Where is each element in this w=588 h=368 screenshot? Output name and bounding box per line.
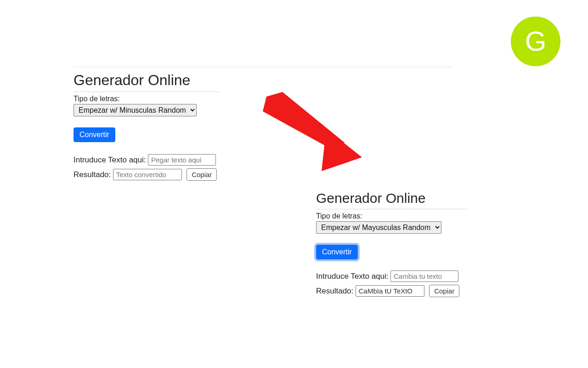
convert-button[interactable]: Convertir	[74, 127, 115, 142]
letter-type-select[interactable]: Empezar w/ Mayusculas Random	[316, 221, 441, 234]
source-text-input[interactable]	[390, 270, 458, 282]
generator-panel-before: Generador Online Tipo de letras: Empezar…	[74, 67, 452, 181]
input-row: Intruduce Texto aqui:	[316, 270, 502, 282]
page-title: Generador Online	[74, 72, 220, 89]
input-row: Intruduce Texto aqui:	[74, 154, 220, 166]
result-text-input[interactable]	[356, 285, 424, 297]
generator-panel-after: Generador Online Tipo de letras: Empezar…	[308, 184, 510, 311]
convert-button[interactable]: Convertir	[316, 245, 358, 259]
result-label: Resultado:	[316, 287, 353, 295]
result-label: Resultado:	[74, 170, 111, 179]
input-label: Intruduce Texto aqui:	[74, 155, 146, 164]
input-label: Intruduce Texto aqui:	[316, 272, 389, 281]
page-title: Generador Online	[316, 190, 502, 206]
copy-button[interactable]: Copiar	[429, 285, 459, 297]
result-row: Resultado: Copiar	[74, 168, 220, 181]
type-label: Tipo de letras:	[74, 95, 220, 103]
result-row: Resultado: Copiar	[316, 285, 502, 297]
source-text-input[interactable]	[148, 154, 216, 166]
copy-button[interactable]: Copiar	[187, 168, 217, 181]
avatar: G	[511, 17, 560, 66]
result-text-input[interactable]	[113, 169, 182, 180]
divider	[316, 209, 468, 209]
type-label: Tipo de letras:	[316, 212, 502, 220]
divider	[74, 92, 220, 92]
letter-type-select[interactable]: Empezar w/ Minusculas Random	[74, 104, 197, 116]
avatar-initial: G	[525, 26, 547, 57]
